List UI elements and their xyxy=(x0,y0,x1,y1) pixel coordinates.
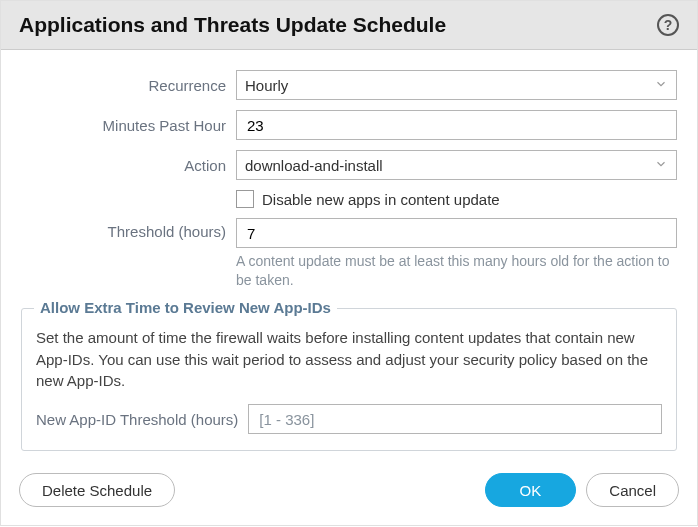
new-appid-threshold-input-wrap xyxy=(248,404,662,434)
titlebar: Applications and Threats Update Schedule… xyxy=(1,1,697,50)
disable-new-apps-label: Disable new apps in content update xyxy=(262,191,500,208)
dialog-title: Applications and Threats Update Schedule xyxy=(19,13,446,37)
threshold-row: Threshold (hours) A content update must … xyxy=(21,218,677,290)
minutes-past-hour-row: Minutes Past Hour xyxy=(21,110,677,140)
recurrence-row: Recurrence Hourly xyxy=(21,70,677,100)
chevron-down-icon xyxy=(654,77,668,94)
new-appid-threshold-row: New App-ID Threshold (hours) xyxy=(36,404,662,434)
recurrence-select[interactable]: Hourly xyxy=(236,70,677,100)
threshold-input[interactable] xyxy=(245,224,668,243)
chevron-down-icon xyxy=(654,157,668,174)
action-label: Action xyxy=(21,157,236,174)
action-select[interactable]: download-and-install xyxy=(236,150,677,180)
new-appid-threshold-input[interactable] xyxy=(257,410,653,429)
disable-new-apps-checkbox[interactable] xyxy=(236,190,254,208)
dialog-footer: Delete Schedule OK Cancel xyxy=(1,451,697,525)
delete-schedule-button[interactable]: Delete Schedule xyxy=(19,473,175,507)
action-value: download-and-install xyxy=(245,157,383,174)
dialog-body: Recurrence Hourly Minutes Past Hour Acti… xyxy=(1,50,697,451)
recurrence-label: Recurrence xyxy=(21,77,236,94)
fieldset-description: Set the amount of time the firewall wait… xyxy=(36,327,662,392)
threshold-input-wrap xyxy=(236,218,677,248)
cancel-button[interactable]: Cancel xyxy=(586,473,679,507)
disable-new-apps-row: Disable new apps in content update xyxy=(21,190,677,208)
new-appid-threshold-label: New App-ID Threshold (hours) xyxy=(36,411,238,428)
threshold-label: Threshold (hours) xyxy=(21,218,236,240)
minutes-past-hour-input-wrap xyxy=(236,110,677,140)
help-icon[interactable]: ? xyxy=(657,14,679,36)
action-row: Action download-and-install xyxy=(21,150,677,180)
fieldset-legend: Allow Extra Time to Review New App-IDs xyxy=(34,299,337,316)
ok-button[interactable]: OK xyxy=(485,473,577,507)
allow-extra-time-fieldset: Allow Extra Time to Review New App-IDs S… xyxy=(21,308,677,451)
recurrence-value: Hourly xyxy=(245,77,288,94)
update-schedule-dialog: Applications and Threats Update Schedule… xyxy=(0,0,698,526)
threshold-hint: A content update must be at least this m… xyxy=(236,252,677,290)
minutes-past-hour-label: Minutes Past Hour xyxy=(21,117,236,134)
minutes-past-hour-input[interactable] xyxy=(245,116,668,135)
